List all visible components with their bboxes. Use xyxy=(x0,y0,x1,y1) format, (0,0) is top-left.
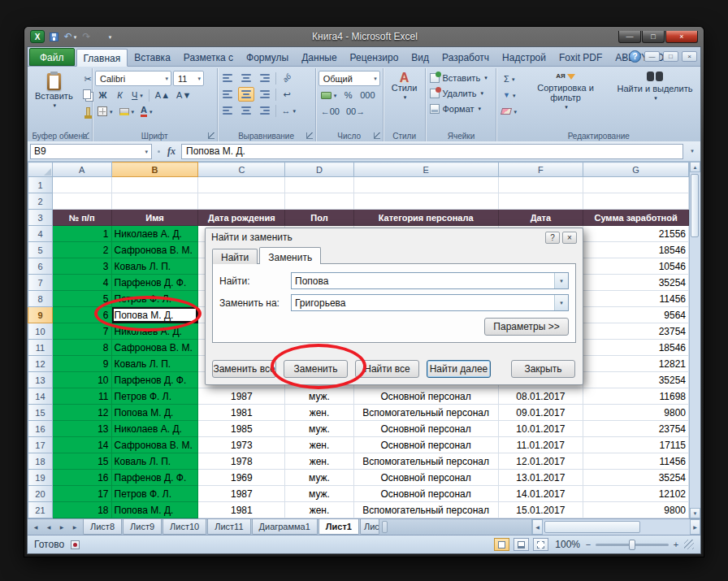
cell-G12[interactable]: 12821 xyxy=(583,356,689,372)
dialog-title-bar[interactable]: Найти и заменить ? × xyxy=(206,228,583,246)
cell-F15[interactable]: 09.01.2017 xyxy=(498,405,583,421)
ribbon-tab-Рецензиро[interactable]: Рецензиро xyxy=(344,49,405,66)
workbook-minimize-button[interactable]: — xyxy=(644,51,660,62)
cell-B6[interactable]: Коваль Л. П. xyxy=(111,258,198,275)
cell-B4[interactable]: Николаев А. Д. xyxy=(111,226,198,242)
column-header-E[interactable]: E xyxy=(353,163,498,177)
cell-A6[interactable]: 3 xyxy=(52,258,111,275)
column-header-F[interactable]: F xyxy=(498,163,583,177)
prev-sheet-button[interactable]: ◀ xyxy=(43,521,54,533)
cell-E1[interactable] xyxy=(353,177,498,193)
cell-G18[interactable]: 11456 xyxy=(583,453,689,470)
cell-B14[interactable]: Петров Ф. Л. xyxy=(111,388,198,405)
cell-F14[interactable]: 08.01.2017 xyxy=(498,388,583,405)
decrease-decimal-button[interactable]: 00→ xyxy=(344,104,367,119)
zoom-track[interactable] xyxy=(596,544,669,546)
cell-B11[interactable]: Сафронова В. М. xyxy=(111,340,198,356)
percent-style-button[interactable]: % xyxy=(340,88,356,102)
cell-G4[interactable]: 21556 xyxy=(583,226,689,242)
cell-G21[interactable]: 9800 xyxy=(583,502,689,518)
row-header-1[interactable]: 1 xyxy=(28,177,53,193)
last-sheet-button[interactable]: ▶ xyxy=(69,521,80,533)
ribbon-tab-Разметка с[interactable]: Разметка с xyxy=(177,49,240,66)
cell-B1[interactable] xyxy=(111,177,198,193)
cell-E20[interactable]: Основной персонал xyxy=(353,486,498,502)
sheet-tab-Лис[interactable]: Лис xyxy=(360,519,379,535)
row-header-2[interactable]: 2 xyxy=(28,193,53,210)
help-icon[interactable]: ? xyxy=(629,50,641,63)
cell-A17[interactable]: 14 xyxy=(52,437,111,453)
align-left-button[interactable] xyxy=(220,87,236,102)
ribbon-tab-Разработч[interactable]: Разработч xyxy=(436,49,496,66)
align-top-left-icon[interactable] xyxy=(220,71,236,85)
cell-A18[interactable]: 15 xyxy=(52,453,111,470)
cell-A16[interactable]: 13 xyxy=(52,421,111,437)
save-button[interactable] xyxy=(47,30,61,43)
cell-F3[interactable]: Дата xyxy=(498,210,583,226)
cell-F18[interactable]: 12.01.2017 xyxy=(498,453,583,470)
cell-E2[interactable] xyxy=(353,193,498,210)
first-sheet-button[interactable]: ◀ xyxy=(30,521,41,533)
insert-cells-button[interactable]: Вставить▾ xyxy=(428,70,493,85)
cell-D21[interactable]: жен. xyxy=(285,502,353,518)
cell-C17[interactable]: 1973 xyxy=(198,437,285,453)
comma-style-button[interactable]: 000 xyxy=(358,88,377,102)
wrap-text-button[interactable]: ↩ xyxy=(280,87,295,102)
cell-B8[interactable]: Петров Ф. Л. xyxy=(111,291,198,307)
dialog-tab-find[interactable]: Найти xyxy=(212,249,258,264)
ribbon-tab-Foxit PDF[interactable]: Foxit PDF xyxy=(552,49,609,66)
cell-C1[interactable] xyxy=(198,177,285,193)
zoom-in-button[interactable]: + xyxy=(672,540,680,549)
cell-E3[interactable]: Категория персонала xyxy=(353,210,498,226)
cell-B2[interactable] xyxy=(111,193,198,210)
cell-A14[interactable]: 11 xyxy=(52,388,111,405)
cell-D18[interactable]: жен. xyxy=(285,453,353,470)
undo-button[interactable]: ↶▾ xyxy=(63,30,77,43)
cell-D14[interactable]: муж. xyxy=(285,388,353,405)
row-header-21[interactable]: 21 xyxy=(28,502,53,518)
namebox-splitter[interactable] xyxy=(155,145,162,158)
view-page-layout-button[interactable] xyxy=(514,538,529,551)
row-header-10[interactable]: 10 xyxy=(28,323,53,340)
cell-D3[interactable]: Пол xyxy=(285,210,353,226)
insert-function-button[interactable]: fx xyxy=(165,145,178,158)
replace-input[interactable] xyxy=(292,295,554,310)
scroll-up-button[interactable]: ▲ xyxy=(690,162,700,172)
column-header-A[interactable]: A xyxy=(52,163,111,177)
cell-G6[interactable]: 10546 xyxy=(583,258,689,275)
cell-G9[interactable]: 9564 xyxy=(583,307,689,323)
scroll-left-button[interactable]: ◀ xyxy=(532,519,543,535)
fill-button[interactable]: ▼▾ xyxy=(499,88,519,102)
vertical-scroll-track[interactable] xyxy=(690,172,700,508)
options-button[interactable]: Параметры >> xyxy=(484,318,569,336)
cell-A1[interactable] xyxy=(52,177,111,193)
cell-B5[interactable]: Сафронова В. М. xyxy=(111,242,198,258)
cell-A3[interactable]: № п/п xyxy=(52,210,111,226)
find-input[interactable] xyxy=(292,273,554,288)
macro-record-icon[interactable] xyxy=(71,540,80,549)
cell-C19[interactable]: 1969 xyxy=(198,470,285,486)
cell-F17[interactable]: 11.01.2017 xyxy=(498,437,583,453)
formula-bar-expand-button[interactable]: ▾ xyxy=(687,148,698,154)
font-size-select[interactable]: 11▾ xyxy=(173,71,204,86)
cell-A13[interactable]: 10 xyxy=(52,372,111,388)
column-header-G[interactable]: G xyxy=(583,163,689,177)
cell-E19[interactable]: Основной персонал xyxy=(353,470,498,486)
horizontal-scrollbar[interactable]: ◀ ▶ xyxy=(531,519,700,535)
cell-C20[interactable]: 1987 xyxy=(198,486,285,502)
cell-B21[interactable]: Попова М. Д. xyxy=(111,502,198,518)
view-normal-button[interactable] xyxy=(494,538,509,551)
cell-G17[interactable]: 17115 xyxy=(583,437,689,453)
cell-B16[interactable]: Николаев А. Д. xyxy=(111,421,198,437)
name-box-dropdown-icon[interactable]: ▾ xyxy=(145,149,148,154)
formula-input[interactable]: Попова М. Д. xyxy=(181,144,683,159)
column-header-B[interactable]: B xyxy=(111,163,198,177)
sort-filter-button[interactable]: АЯ Сортировка и фильтр ▾ xyxy=(522,70,609,119)
cell-B17[interactable]: Сафронова В. М. xyxy=(111,437,198,453)
cell-G8[interactable]: 11456 xyxy=(583,291,689,307)
cell-G20[interactable]: 12102 xyxy=(583,486,689,502)
row-header-15[interactable]: 15 xyxy=(28,405,53,421)
dialog-button-Заменить все[interactable]: Заменить все xyxy=(212,360,276,378)
align-bottom-left-icon[interactable] xyxy=(220,103,236,118)
cell-F21[interactable]: 15.01.2017 xyxy=(498,502,583,518)
